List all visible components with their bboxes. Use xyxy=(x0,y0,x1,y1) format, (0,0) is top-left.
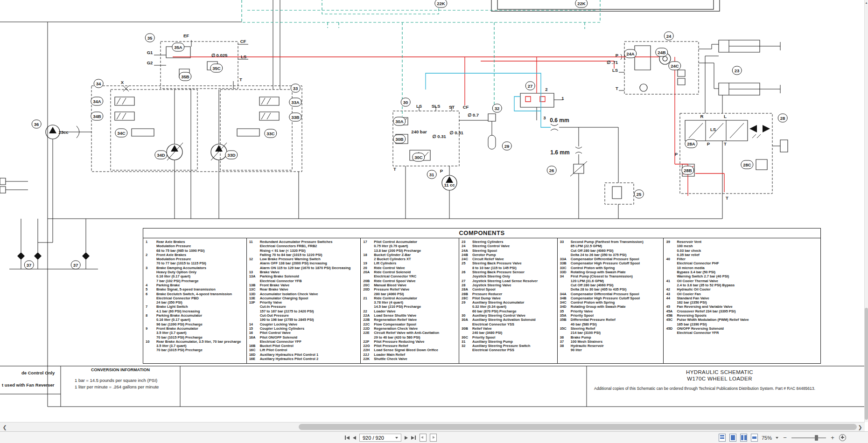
schematic-label: ∅ 0.31 xyxy=(432,134,446,139)
schematic-label: ∅ 0.31 xyxy=(449,130,463,135)
previous-page-button[interactable] xyxy=(353,434,356,442)
callout-28B: 28B xyxy=(681,166,694,175)
component-entry: 15Coupler Locking Cylinders xyxy=(249,326,360,331)
component-entry: 34ACompensator Differential Pressure Spo… xyxy=(560,292,663,296)
component-entry: 24 bar (350 PSI) xyxy=(146,300,245,305)
component-entry: 45Fan Reversing and Variable Valve xyxy=(666,305,819,309)
component-entry: Rising < 91 bar (< 1320 PSI) xyxy=(249,249,360,253)
horizontal-scrollbar[interactable]: ❮ ❯ xyxy=(0,422,865,432)
component-entry: Cut-Out Pressure xyxy=(249,313,360,318)
component-entry: 42Hydraulic Oil Cooler xyxy=(666,287,819,291)
callout-34C: 34C xyxy=(115,129,127,138)
component-entry: 16APilot ON/OFF Solenoid xyxy=(249,335,360,339)
component-entry: 28AControl Spool xyxy=(462,287,556,291)
zoom-in-button[interactable]: + xyxy=(830,434,835,441)
callout-34: 34 xyxy=(94,79,104,88)
last-page-button[interactable] xyxy=(411,434,416,442)
callout-33: 33 xyxy=(291,84,301,93)
zoom-controls-group: 75% − + xyxy=(719,432,846,443)
component-entry: Delta 24 to 26 bar (350 to 375 PSI) xyxy=(560,253,663,257)
callout-35C: 35C xyxy=(210,64,223,73)
page-dropdown-caret-icon[interactable] xyxy=(395,437,398,439)
first-page-button[interactable] xyxy=(344,434,350,442)
component-entry: 13Brake Valve xyxy=(249,270,360,274)
page-number-input[interactable] xyxy=(360,435,395,441)
component-entry: 33CControl Piston with Spring xyxy=(560,266,663,270)
component-entry: Electrical Connector PHF xyxy=(666,261,819,265)
zoom-level-label[interactable]: 75% xyxy=(762,435,772,441)
components-column-1: 1Rear Axle BrakesModulation Pressure68 t… xyxy=(143,238,247,364)
component-entry: Electrical Connectors FRB1, FRB2 xyxy=(249,244,360,248)
component-entry: 190 to 196 bar (2755 to 2845 PSI) xyxy=(249,318,360,322)
component-entry: 0.75 liter (0.79 quart) xyxy=(363,244,458,248)
component-entry: Alarm ON 115 to 129 bar (1670 to 1870 PS… xyxy=(249,266,360,270)
conversion-line2: 1 liter per minute = .264 gallons per mi… xyxy=(75,384,159,389)
zoom-dropdown-caret-icon[interactable] xyxy=(776,437,778,439)
marquee-zoom-icon[interactable] xyxy=(839,434,846,441)
component-entry: 22JLoader Main Relief xyxy=(363,353,458,357)
previous-view-icon[interactable] xyxy=(420,434,427,442)
vertical-scroll-up-arrow[interactable]: ▲ xyxy=(865,0,868,6)
accumulator-29-symbol xyxy=(488,135,496,149)
component-entry: 38Hydraulic Reservoir xyxy=(560,344,663,348)
component-entry: 0.16 liter (0.17 quart) xyxy=(146,274,245,278)
component-entry: 157 to 167 bar (2275 to 2420 PSI) xyxy=(249,309,360,313)
callout-24: 24 xyxy=(664,32,674,41)
next-page-button[interactable] xyxy=(405,434,408,442)
component-entry: 214 bar (3100 PSI) xyxy=(560,331,663,335)
component-entry: 22KShuttle Check Valve xyxy=(363,357,458,361)
schematic-label: P xyxy=(616,53,618,58)
component-entry: 37100 Mesh Strainers xyxy=(560,339,663,344)
components-column-6: 39Reservoir Vent100 mesh0.03 bar check0.… xyxy=(664,238,820,364)
schematic-label: 1.6 mm xyxy=(550,149,569,156)
schematic-label: ∅ .71 xyxy=(607,60,618,65)
schematic-label: T xyxy=(724,141,727,146)
component-entry: 23Steering Cylinders xyxy=(462,240,556,244)
callout-34B: 34B xyxy=(91,112,103,121)
callout-25: 25 xyxy=(634,190,644,199)
component-entry: 45BReversing Spools xyxy=(666,313,819,318)
two-page-view-icon[interactable] xyxy=(740,434,747,442)
page-number-box[interactable] xyxy=(359,434,401,442)
single-page-view-icon[interactable] xyxy=(729,434,736,442)
component-entry: 60 bar (870 PSI) Precharge xyxy=(462,309,556,313)
next-view-icon[interactable] xyxy=(430,434,437,442)
callout-33A: 33A xyxy=(289,98,301,107)
callout-28A: 28A xyxy=(685,139,697,148)
callout-30C: 30C xyxy=(412,153,425,162)
vertical-scrollbar[interactable] xyxy=(864,0,868,422)
scroll-left-arrow[interactable]: ❮ xyxy=(1,423,8,431)
component-entry: 30BRelief Valve xyxy=(462,326,556,331)
vertical-scrollbar-thumb[interactable] xyxy=(865,308,868,420)
left-note-line2: t used with Fan Reverser xyxy=(2,382,54,388)
component-entry: 24BGerotor Pump xyxy=(462,253,556,257)
schematic-label: CF xyxy=(463,104,469,110)
zoom-out-button[interactable]: − xyxy=(782,434,788,441)
schematic-label: 3 xyxy=(543,115,546,120)
callout-37: 37 xyxy=(71,261,81,270)
zoom-slider-thumb[interactable] xyxy=(815,435,818,441)
component-entry: 280 bar (4060 PSI) xyxy=(363,292,458,296)
schematic-label: 0.6 mm xyxy=(550,117,569,124)
components-column-3: 17Pilot Control Accumulator0.75 liter (0… xyxy=(361,238,459,364)
component-entry: 34DRotating Group with Swash Plate xyxy=(560,305,663,309)
callout-35B: 35B xyxy=(179,72,191,81)
scrolling-mode-icon[interactable] xyxy=(719,434,726,442)
scroll-right-arrow[interactable]: ❯ xyxy=(856,423,864,431)
component-entry: 16CLift Pilot Control xyxy=(249,348,360,352)
callout-28: 28 xyxy=(778,114,788,123)
zoom-slider[interactable] xyxy=(791,435,826,441)
schematic-label: ∅ 0.025 xyxy=(211,53,228,58)
component-entry: 4.1 bar (60 PSI) Increasing xyxy=(146,309,245,313)
reading-mode-icon[interactable] xyxy=(751,434,758,442)
component-entry: 11Redundant Accumulator Pressure Switche… xyxy=(249,240,360,244)
component-entry: 70 bar (1015 PSI) Precharge xyxy=(146,348,245,352)
component-entry: 22Loader Valve xyxy=(363,309,458,313)
horizontal-scrollbar-thumb[interactable] xyxy=(299,424,857,430)
component-entry: 8Parking Brake Accumulator xyxy=(146,313,245,318)
callout-23: 23 xyxy=(732,66,742,75)
component-entry: 33BCompensator High Pressure Cutoff Spoo… xyxy=(560,261,663,265)
component-entry: 70 to 77 bar (1015 to 1115 PSI) xyxy=(146,261,245,265)
component-entry: 96 bar (1390 PSI) Precharge xyxy=(146,322,245,326)
callout-36: 36 xyxy=(32,120,42,129)
